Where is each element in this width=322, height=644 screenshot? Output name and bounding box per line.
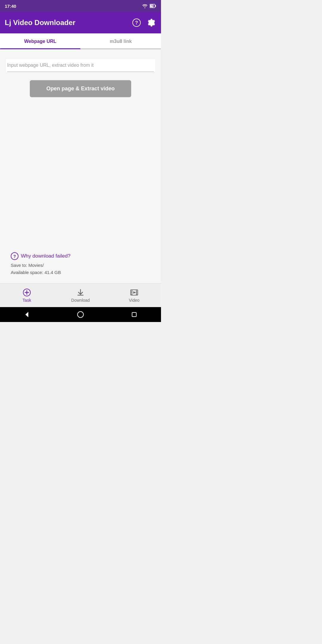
svg-marker-21	[25, 312, 28, 317]
available-space-text: Available space: 41.4 GB	[11, 269, 150, 276]
battery-icon	[150, 4, 156, 8]
nav-item-video[interactable]: Video	[107, 284, 161, 307]
status-icons	[142, 4, 156, 8]
film-strip-icon	[130, 288, 138, 297]
extract-button[interactable]: Open page & Extract video	[30, 80, 131, 97]
tab-webpage-url[interactable]: Webpage URL	[0, 33, 80, 49]
settings-icon	[147, 18, 156, 27]
status-bar: 17:40	[0, 0, 161, 12]
url-input[interactable]	[7, 59, 154, 72]
tab-m3u8-link[interactable]: m3u8 link	[80, 33, 161, 49]
save-to-text: Save to: Movies/	[11, 262, 150, 269]
svg-rect-14	[131, 291, 132, 292]
home-button[interactable]	[76, 310, 85, 319]
svg-point-22	[78, 312, 83, 318]
settings-button[interactable]	[147, 18, 156, 27]
nav-label-video: Video	[129, 298, 140, 303]
nav-item-task[interactable]: Task	[0, 284, 54, 307]
bottom-info: ? Why download failed? Save to: Movies/ …	[6, 249, 155, 278]
app-bar-actions: ?	[132, 18, 156, 27]
status-time: 17:40	[5, 4, 16, 9]
nav-item-download[interactable]: Download	[54, 284, 107, 307]
url-input-container	[6, 59, 155, 72]
svg-text:?: ?	[135, 20, 138, 25]
back-icon	[24, 311, 30, 318]
svg-rect-23	[132, 312, 136, 317]
main-content: Open page & Extract video ? Why download…	[0, 49, 161, 283]
svg-rect-2	[155, 5, 156, 7]
nav-label-download: Download	[71, 298, 90, 303]
app-title: Lj Video Downloader	[5, 18, 75, 27]
home-icon	[77, 311, 84, 318]
app-bar: Lj Video Downloader ?	[0, 12, 161, 33]
why-failed-text: Why download failed?	[21, 253, 70, 259]
svg-rect-17	[136, 291, 137, 292]
svg-rect-15	[131, 292, 132, 293]
svg-text:?: ?	[13, 254, 16, 259]
svg-marker-20	[133, 291, 136, 294]
back-button[interactable]	[23, 310, 31, 319]
why-failed-link[interactable]: ? Why download failed?	[11, 252, 150, 260]
nav-label-task: Task	[23, 298, 31, 303]
wifi-icon	[142, 4, 148, 8]
help-icon: ?	[132, 18, 141, 27]
tabs-container: Webpage URL m3u8 link	[0, 33, 161, 49]
svg-rect-16	[131, 294, 132, 295]
bottom-nav: Task Download Video	[0, 283, 161, 307]
recents-icon	[131, 311, 137, 318]
svg-rect-19	[136, 294, 137, 295]
recents-button[interactable]	[130, 310, 138, 319]
question-circle-icon: ?	[11, 252, 18, 260]
help-button[interactable]: ?	[132, 18, 141, 27]
svg-rect-18	[136, 292, 137, 293]
plus-circle-icon	[23, 288, 31, 297]
download-arrow-icon	[76, 288, 85, 297]
system-nav-bar	[0, 307, 161, 322]
